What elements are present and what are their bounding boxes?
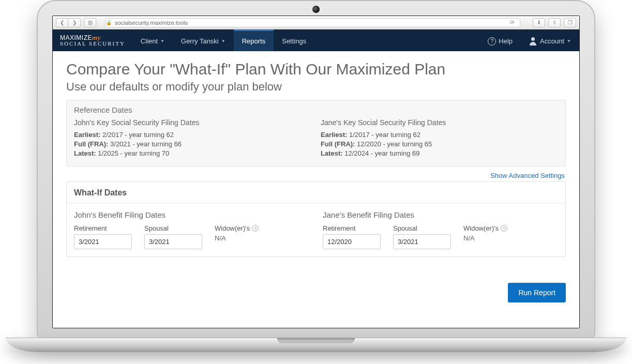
chevron-down-icon: ▼: [567, 39, 571, 43]
label-fra: Full (FRA):: [321, 140, 355, 148]
lock-icon: 🔒: [106, 20, 112, 25]
reload-icon[interactable]: ⟳: [506, 19, 518, 26]
value-earliest: 1/2017 - year turning 62: [349, 131, 420, 139]
whatif-panel: What-If Dates John's Benefit Filing Date…: [66, 181, 566, 257]
brand-line2: SOCIAL SECURITY: [60, 41, 125, 47]
value-widow: N/A: [463, 234, 507, 242]
back-button[interactable]: ❮: [56, 18, 68, 27]
run-report-button[interactable]: Run Report: [508, 283, 566, 302]
reference-heading: Reference Dates: [74, 105, 558, 114]
screen: ❮ ❯ ▥ 🔒 socialsecurity.maximize.tools ⟳ …: [52, 16, 580, 328]
forward-button[interactable]: ❯: [68, 18, 81, 27]
label-spousal: Spousal: [393, 224, 451, 232]
run-report-row: Run Report: [66, 283, 566, 302]
help-icon[interactable]: ?: [252, 225, 259, 232]
label-retirement: Retirement: [74, 224, 132, 232]
laptop-base: [6, 338, 626, 352]
chevron-down-icon: ▼: [221, 39, 225, 43]
whatif-person-john: John's Benefit Filing Dates Retirement S…: [74, 210, 309, 249]
laptop-notch: [277, 338, 355, 343]
page-title: Compare Your "What-If" Plan With Our Max…: [66, 60, 566, 78]
reference-person-jane: Jane's Key Social Security Filing Dates …: [321, 118, 558, 159]
label-fra: Full (FRA):: [74, 140, 108, 148]
nav-account-label: Account: [540, 37, 564, 45]
reference-person-heading: Jane's Key Social Security Filing Dates: [321, 118, 558, 127]
label-earliest: Earliest:: [321, 131, 347, 139]
url-text: socialsecurity.maximize.tools: [115, 20, 188, 26]
label-widow: Widow(er)'s: [215, 224, 250, 232]
chevron-down-icon: ▼: [160, 39, 164, 43]
brand-logo[interactable]: MAXIMIZEmy SOCIAL SECURITY: [53, 29, 132, 51]
value-latest: 12/2024 - year turning 69: [344, 149, 419, 157]
input-spousal-john[interactable]: [144, 234, 202, 249]
label-widow: Widow(er)'s: [463, 224, 499, 232]
sidebar-toggle-button[interactable]: ▥: [84, 18, 96, 27]
input-retirement-john[interactable]: [74, 234, 132, 249]
field-retirement: Retirement: [323, 224, 381, 249]
toolbar-right-group: ⬇ ⇪ ❐: [533, 18, 576, 27]
field-spousal: Spousal: [144, 224, 202, 249]
value-latest: 1/2025 - year turning 70: [98, 149, 169, 157]
input-retirement-jane[interactable]: [323, 234, 381, 249]
camera-icon: [312, 6, 320, 13]
field-retirement: Retirement: [74, 224, 132, 249]
label-latest: Latest:: [321, 149, 343, 157]
label-retirement: Retirement: [323, 224, 381, 232]
laptop-frame: ❮ ❯ ▥ 🔒 socialsecurity.maximize.tools ⟳ …: [37, 0, 595, 352]
field-widow: Widow(er)'s ? N/A: [463, 224, 507, 242]
address-bar[interactable]: 🔒 socialsecurity.maximize.tools ⟳: [106, 18, 520, 27]
nav-help[interactable]: ? Help: [479, 29, 521, 51]
nav-help-label: Help: [499, 37, 513, 45]
reference-dates-panel: Reference Dates John's Key Social Securi…: [66, 100, 566, 166]
avatar-icon: [529, 37, 537, 46]
whatif-person-heading: John's Benefit Filing Dates: [74, 210, 309, 219]
nav-client-name[interactable]: Gerry Tanski ▼: [173, 29, 234, 51]
nav-settings-label: Settings: [282, 37, 306, 45]
field-spousal: Spousal: [393, 224, 451, 249]
help-icon[interactable]: ?: [501, 225, 507, 232]
whatif-heading: What-If Dates: [67, 182, 565, 203]
nav-client-label: Client: [141, 37, 158, 45]
whatif-person-heading: Jane's Benefit Filing Dates: [323, 210, 558, 219]
downloads-button[interactable]: ⬇: [533, 18, 545, 27]
value-earliest: 2/2017 - year turning 62: [102, 131, 174, 139]
page-content: Compare Your "What-If" Plan With Our Max…: [53, 51, 579, 328]
laptop-lid: ❮ ❯ ▥ 🔒 socialsecurity.maximize.tools ⟳ …: [37, 0, 595, 338]
nav-client[interactable]: Client ▼: [132, 29, 173, 51]
nav-reports-label: Reports: [242, 37, 266, 45]
app-navbar: MAXIMIZEmy SOCIAL SECURITY Client ▼ Gerr…: [53, 29, 579, 51]
share-button[interactable]: ⇪: [548, 18, 561, 27]
label-spousal: Spousal: [144, 224, 202, 232]
tabs-button[interactable]: ❐: [564, 18, 576, 27]
nav-account[interactable]: Account ▼: [521, 29, 579, 51]
label-latest: Latest:: [74, 149, 96, 157]
value-fra: 12/2020 - year turning 65: [357, 140, 432, 148]
page-subtitle: Use our defaults or modify your plan bel…: [66, 80, 566, 94]
nav-client-name-label: Gerry Tanski: [181, 37, 219, 45]
reference-person-heading: John's Key Social Security Filing Dates: [74, 118, 311, 127]
nav-back-forward-group: ❮ ❯: [56, 18, 81, 27]
browser-toolbar: ❮ ❯ ▥ 🔒 socialsecurity.maximize.tools ⟳ …: [53, 16, 579, 29]
label-earliest: Earliest:: [74, 131, 100, 139]
nav-reports[interactable]: Reports: [234, 29, 274, 51]
input-spousal-jane[interactable]: [393, 234, 451, 249]
value-fra: 3/2021 - year turning 66: [110, 140, 182, 148]
help-icon: ?: [488, 37, 496, 46]
field-widow: Widow(er)'s ? N/A: [215, 224, 259, 242]
reference-person-john: John's Key Social Security Filing Dates …: [74, 118, 311, 159]
value-widow: N/A: [215, 234, 259, 242]
show-advanced-settings-link[interactable]: Show Advanced Settings: [67, 172, 565, 179]
whatif-person-jane: Jane's Benefit Filing Dates Retirement S…: [323, 210, 558, 249]
nav-settings[interactable]: Settings: [274, 29, 314, 51]
